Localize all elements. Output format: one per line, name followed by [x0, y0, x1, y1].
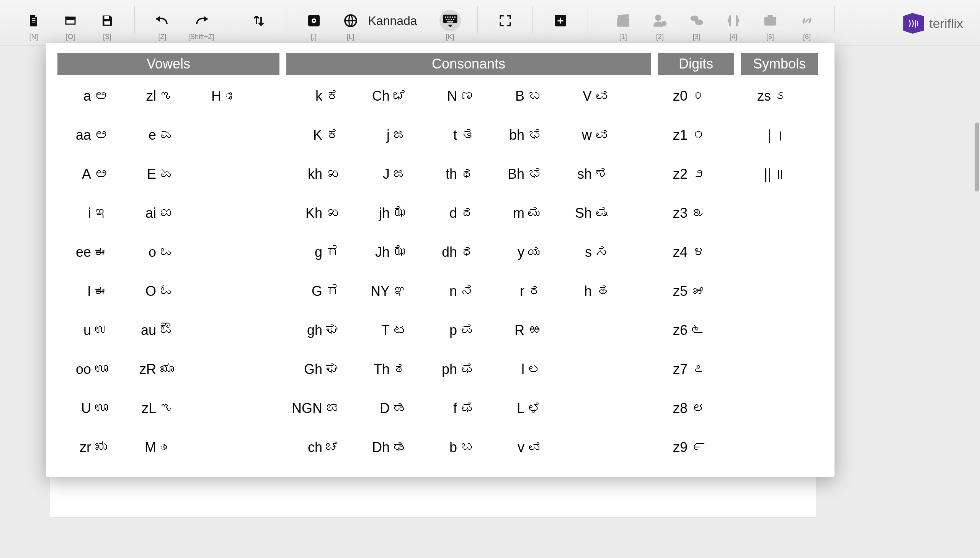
- key-cell[interactable]: aaಆ: [60, 123, 120, 147]
- settings-button[interactable]: [,]: [303, 10, 325, 41]
- key-cell[interactable]: auಔ: [125, 318, 185, 342]
- vowels-header: Vowels: [57, 53, 279, 75]
- key-cell[interactable]: ghಘ: [289, 318, 351, 342]
- key-cell[interactable]: Rಱ: [491, 318, 553, 342]
- key-cell[interactable]: z6೬: [660, 318, 717, 342]
- key-cell[interactable]: vವ: [491, 435, 553, 459]
- key-cell[interactable]: tತ: [424, 123, 486, 147]
- key-cell[interactable]: Bಬ: [491, 84, 553, 108]
- key-cell[interactable]: Khಖ: [289, 201, 351, 225]
- chat-button[interactable]: [3]: [686, 10, 708, 41]
- key-cell[interactable]: lಲ: [491, 358, 553, 381]
- key-cell[interactable]: fಫ: [424, 397, 486, 420]
- key-cell[interactable]: aiಐ: [125, 201, 185, 225]
- key-cell[interactable]: z9೯: [660, 435, 717, 459]
- key-cell[interactable]: Oಓ: [125, 279, 185, 303]
- scrollbar[interactable]: [973, 61, 980, 520]
- key-cell[interactable]: jಜ: [356, 123, 419, 147]
- collapse-button[interactable]: [494, 10, 516, 41]
- sort-button[interactable]: [248, 10, 269, 41]
- key-cell[interactable]: Aಆ: [60, 162, 120, 186]
- camera-button[interactable]: [5]: [760, 10, 781, 41]
- key-cell[interactable]: gಗ: [289, 240, 351, 264]
- key-cell[interactable]: hಹ: [558, 279, 621, 303]
- key-cell[interactable]: Kಕ: [289, 123, 351, 147]
- key-cell[interactable]: Dhಢ: [356, 435, 419, 459]
- key-cell[interactable]: Gಗ: [289, 279, 351, 303]
- key-cell[interactable]: Dಡ: [356, 397, 419, 420]
- key-cell[interactable]: Tಟ: [356, 318, 419, 342]
- key-cell[interactable]: Shಷ: [558, 201, 621, 225]
- key-cell[interactable]: eeಈ: [60, 240, 120, 264]
- slate-button[interactable]: [1]: [612, 10, 634, 41]
- key-cell[interactable]: khಖ: [289, 162, 351, 186]
- key-cell[interactable]: Chಛ: [356, 84, 419, 108]
- key-cell[interactable]: NGNಙ: [289, 397, 351, 420]
- key-cell[interactable]: ||॥: [744, 162, 800, 186]
- key-cell[interactable]: iಇ: [60, 201, 120, 225]
- key-cell[interactable]: pಪ: [424, 318, 486, 342]
- language-button[interactable]: [L] Kannada: [340, 10, 424, 41]
- key-cell[interactable]: z5೫: [660, 279, 717, 303]
- key-cell[interactable]: zrಋ: [60, 435, 120, 459]
- key-cell[interactable]: shಶ: [558, 162, 621, 186]
- key-cell[interactable]: nನ: [424, 279, 486, 303]
- keyboard-button[interactable]: [K]: [440, 10, 461, 41]
- key-cell[interactable]: uಉ: [60, 318, 120, 342]
- key-cell[interactable]: |।: [744, 123, 800, 147]
- braces-button[interactable]: [4]: [723, 10, 744, 41]
- add-button[interactable]: [550, 10, 571, 41]
- key-cell[interactable]: aಅ: [60, 84, 120, 108]
- new-file-button[interactable]: [N]: [23, 10, 44, 41]
- key-cell[interactable]: z0೦: [660, 84, 717, 108]
- key-cell[interactable]: z3೩: [660, 201, 717, 225]
- key-cell[interactable]: chಚ: [289, 435, 351, 459]
- key-cell[interactable]: z8೮: [660, 397, 717, 420]
- redo-button[interactable]: [Shift+Z]: [188, 10, 214, 41]
- key-cell[interactable]: Eಏ: [125, 162, 185, 186]
- key-cell[interactable]: Uಊ: [60, 397, 120, 420]
- key-cell[interactable]: Iಈ: [60, 279, 120, 303]
- key-cell[interactable]: sಸ: [558, 240, 621, 264]
- key-cell[interactable]: mಮ: [491, 201, 553, 225]
- key-cell[interactable]: ooಊ: [60, 358, 120, 381]
- key-cell[interactable]: Jಜ: [356, 162, 419, 186]
- key-cell[interactable]: rರ: [491, 279, 553, 303]
- key-cell[interactable]: yಯ: [491, 240, 553, 264]
- key-cell[interactable]: z4೪: [660, 240, 717, 264]
- key-cell[interactable]: Mಂ: [125, 435, 185, 459]
- key-cell[interactable]: Vವ: [558, 84, 621, 108]
- key-cell[interactable]: dhಧ: [424, 240, 486, 264]
- key-cell[interactable]: Hಃ: [190, 84, 250, 108]
- key-cell[interactable]: Ghಘ: [289, 358, 351, 381]
- key-cell[interactable]: Thಠ: [356, 358, 419, 381]
- key-cell[interactable]: kಕ: [289, 84, 351, 108]
- key-cell[interactable]: zlಌ: [125, 84, 185, 108]
- key-cell[interactable]: NYಞ: [356, 279, 419, 303]
- key-cell[interactable]: Jhಝ: [356, 240, 419, 264]
- key-cell[interactable]: eಎ: [125, 123, 185, 147]
- key-cell[interactable]: Nಣ: [424, 84, 486, 108]
- link-button[interactable]: [6]: [796, 10, 817, 41]
- key-cell[interactable]: zsಽ: [744, 84, 800, 108]
- key-cell[interactable]: phಫ: [424, 358, 486, 381]
- key-cell[interactable]: zLೡ: [125, 397, 185, 420]
- key-cell[interactable]: jhಝ: [356, 201, 419, 225]
- key-cell[interactable]: bಬ: [424, 435, 486, 459]
- key-cell[interactable]: thಥ: [424, 162, 486, 186]
- key-cell[interactable]: zRೠ: [125, 358, 185, 381]
- key-latin: Dh: [356, 439, 394, 455]
- key-cell[interactable]: z7೭: [660, 358, 717, 381]
- key-cell[interactable]: dದ: [424, 201, 486, 225]
- key-cell[interactable]: bhಭ: [491, 123, 553, 147]
- key-cell[interactable]: z2೨: [660, 162, 717, 186]
- open-file-button[interactable]: [O]: [60, 10, 81, 41]
- key-cell[interactable]: oಒ: [125, 240, 185, 264]
- key-cell[interactable]: wವ: [558, 123, 621, 147]
- key-cell[interactable]: Bhಭ: [491, 162, 553, 186]
- save-file-button[interactable]: [S]: [97, 10, 118, 41]
- user-button[interactable]: [2]: [649, 10, 671, 41]
- key-cell[interactable]: z1೧: [660, 123, 717, 147]
- undo-button[interactable]: [Z]: [152, 10, 173, 41]
- key-cell[interactable]: Lಳ: [491, 397, 553, 420]
